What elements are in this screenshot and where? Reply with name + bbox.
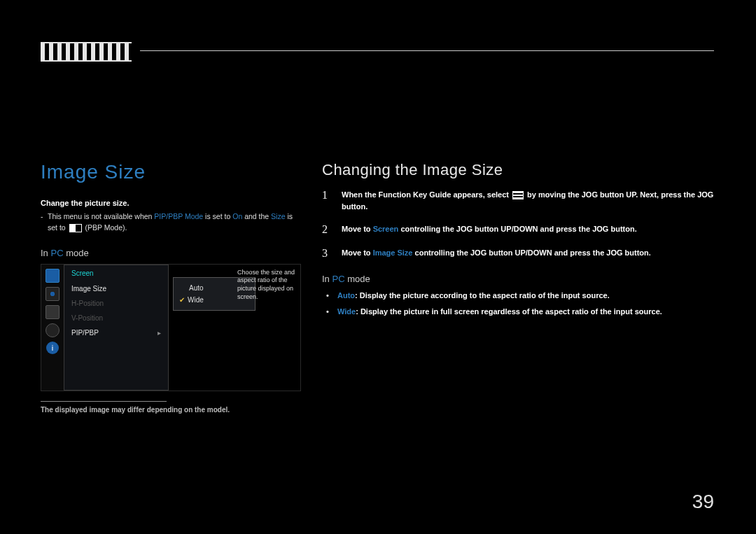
bullet-wide: Wide: Display the picture in full screen…: [322, 306, 714, 318]
header-divider: [140, 50, 714, 51]
osd-item-vposition: V-Position: [64, 311, 168, 325]
screen-tab-icon: [46, 269, 59, 283]
osd-main-panel: Screen Image Size H-Position V-Position …: [64, 265, 169, 391]
steps-list: 1 When the Function Key Guide appears, s…: [322, 189, 714, 260]
step-number: 2: [322, 223, 332, 236]
step-number: 3: [322, 247, 332, 260]
osd-item-hposition: H-Position: [64, 296, 168, 311]
chapter-marker: [41, 42, 132, 62]
step-3: 3 Move to Image Size controlling the JOG…: [322, 247, 714, 260]
step-1: 1 When the Function Key Guide appears, s…: [322, 189, 714, 212]
osd-item-pippbp: PIP/PBP: [64, 325, 168, 340]
bullet-list: Auto: Display the picture according to t…: [322, 290, 714, 317]
section-title: Image Size: [41, 161, 300, 183]
bullet-auto: Auto: Display the picture according to t…: [322, 290, 714, 302]
step-2: 2 Move to Screen controlling the JOG but…: [322, 223, 714, 236]
settings-tab-icon: [46, 323, 59, 337]
menu-icon: [512, 191, 524, 199]
mode-label-left: In PC mode: [41, 248, 300, 258]
mode-label-right: In PC mode: [322, 274, 714, 284]
footnote-divider: [41, 401, 167, 402]
osd-sidebar: i: [41, 265, 64, 391]
nav-icon: [46, 287, 59, 301]
info-tab-icon: i: [46, 342, 59, 354]
subsection-title: Changing the Image Size: [322, 161, 714, 179]
step-number: 1: [322, 189, 332, 212]
osd-panel-title: Screen: [64, 269, 168, 281]
left-column: Image Size Change the picture size. This…: [41, 161, 300, 414]
availability-note: This menu is not available when PIP/PBP …: [41, 211, 300, 234]
osd-item-image-size: Image Size: [64, 281, 168, 296]
picture-tab-icon: [46, 305, 59, 319]
right-column: Changing the Image Size 1 When the Funct…: [322, 161, 714, 321]
pbp-icon: [69, 224, 82, 232]
intro-text: Change the picture size.: [41, 199, 300, 207]
osd-description: Choose the size and aspect ratio of the …: [234, 266, 299, 304]
osd-screenshot: i Screen Image Size H-Position V-Positio…: [41, 264, 301, 391]
page-number: 39: [692, 491, 714, 513]
footnote-text: The displayed image may differ depending…: [41, 406, 300, 414]
